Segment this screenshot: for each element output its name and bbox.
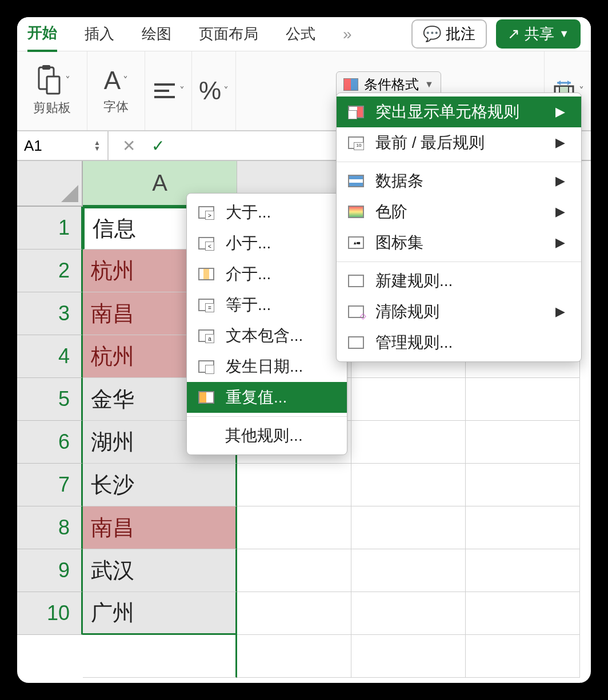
cell-A7[interactable]: 长沙: [83, 464, 237, 506]
cell[interactable]: [466, 549, 580, 592]
clipboard-label: 剪贴板: [33, 99, 71, 116]
menu-date-occurring[interactable]: 发生日期...: [187, 351, 347, 382]
menu-separator: [337, 162, 581, 162]
comments-label: 批注: [446, 24, 475, 44]
cell[interactable]: [351, 421, 466, 464]
cell[interactable]: [466, 635, 580, 678]
highlight-rules-submenu: 大于... 小于... 介于... 等于... 文本包含... 发生日期... …: [186, 193, 347, 455]
comment-icon: 💬: [423, 25, 441, 43]
cell[interactable]: [351, 378, 466, 421]
menu-separator: [337, 262, 581, 262]
row-headers: 1 2 3 4 5 6 7 8 9 10: [17, 207, 83, 635]
row-header[interactable]: 3: [17, 292, 83, 335]
cell[interactable]: [466, 464, 580, 506]
cell[interactable]: [83, 635, 237, 678]
cell[interactable]: [351, 549, 466, 592]
cancel-icon[interactable]: ✕: [122, 136, 135, 155]
menu-more-rules[interactable]: 其他规则...: [187, 420, 347, 451]
tab-insert[interactable]: 插入: [85, 17, 114, 51]
menu-less-than[interactable]: 小于...: [187, 228, 347, 259]
menu-text-contains[interactable]: 文本包含...: [187, 320, 347, 351]
menu-clear-rules[interactable]: 清除规则▶: [337, 296, 581, 327]
cell[interactable]: [237, 592, 351, 635]
menu-separator: [187, 416, 347, 417]
ribbon-tabs: 开始 插入 绘图 页面布局 公式 » 💬 批注 ↗ 共享 ▼: [17, 17, 591, 51]
menu-icon-sets[interactable]: 图标集▶: [337, 227, 581, 258]
name-box-stepper[interactable]: ▲▼: [94, 140, 101, 151]
name-box-value: A1: [24, 137, 42, 155]
menu-manage-rules[interactable]: 管理规则...: [337, 327, 581, 358]
group-align[interactable]: ˅: [145, 51, 192, 130]
clipboard-icon: ˅: [34, 65, 70, 96]
submenu-arrow-icon: ▶: [555, 304, 565, 319]
row-header[interactable]: 6: [17, 421, 83, 464]
confirm-icon[interactable]: ✓: [151, 136, 165, 155]
cell[interactable]: [351, 592, 466, 635]
row-header[interactable]: 5: [17, 378, 83, 421]
excel-window: 开始 插入 绘图 页面布局 公式 » 💬 批注 ↗ 共享 ▼ ˅ 剪贴板: [17, 17, 591, 683]
conditional-format-menu: 突出显示单元格规则▶ 最前 / 最后规则▶ 数据条▶ 色阶▶ 图标集▶ 新建规则…: [336, 92, 582, 362]
group-number[interactable]: % ˅: [192, 51, 236, 130]
tab-pagelayout[interactable]: 页面布局: [199, 17, 258, 51]
font-icon: A ˅: [104, 66, 128, 95]
menu-greater-than[interactable]: 大于...: [187, 197, 347, 228]
cell[interactable]: [237, 549, 351, 592]
row-header[interactable]: 9: [17, 549, 83, 592]
cell[interactable]: [351, 635, 466, 678]
conditional-format-label: 条件格式: [364, 75, 419, 94]
menu-equal-to[interactable]: 等于...: [187, 289, 347, 320]
row-header[interactable]: 7: [17, 464, 83, 506]
cell[interactable]: [466, 592, 580, 635]
menu-new-rule[interactable]: 新建规则...: [337, 265, 581, 296]
menu-top-bottom-rules[interactable]: 最前 / 最后规则▶: [337, 127, 581, 158]
submenu-arrow-icon: ▶: [555, 174, 565, 188]
cell[interactable]: [466, 421, 580, 464]
row-header[interactable]: 4: [17, 335, 83, 378]
group-font[interactable]: A ˅ 字体: [87, 51, 145, 130]
tab-home[interactable]: 开始: [27, 17, 57, 52]
submenu-arrow-icon: ▶: [555, 235, 565, 250]
row-header[interactable]: 1: [17, 207, 83, 250]
cell[interactable]: [237, 506, 351, 549]
cell[interactable]: [351, 506, 466, 549]
menu-between[interactable]: 介于...: [187, 259, 347, 289]
row-header[interactable]: 10: [17, 592, 83, 635]
svg-marker-9: [557, 81, 561, 85]
cell[interactable]: [237, 464, 351, 506]
row-header[interactable]: 8: [17, 506, 83, 549]
cell-A10[interactable]: 广州: [83, 592, 237, 635]
cell-A9[interactable]: 武汉: [83, 549, 237, 592]
row-header[interactable]: 2: [17, 250, 83, 292]
conditional-format-icon: [343, 78, 358, 91]
group-clipboard[interactable]: ˅ 剪贴板: [17, 51, 87, 130]
comments-button[interactable]: 💬 批注: [411, 19, 487, 49]
chevron-down-icon: ▼: [425, 79, 434, 90]
cell-A8[interactable]: 南昌: [83, 506, 237, 549]
menu-duplicate-values[interactable]: 重复值...: [187, 382, 347, 413]
cell[interactable]: [351, 464, 466, 506]
cell[interactable]: [466, 506, 580, 549]
submenu-arrow-icon: ▶: [555, 104, 565, 119]
menu-color-scales[interactable]: 色阶▶: [337, 196, 581, 227]
font-label: 字体: [103, 98, 129, 115]
tab-draw[interactable]: 绘图: [142, 17, 171, 51]
svg-marker-10: [567, 81, 571, 85]
name-box[interactable]: A1 ▲▼: [17, 131, 109, 160]
svg-rect-2: [47, 77, 59, 94]
svg-rect-1: [42, 65, 50, 70]
submenu-arrow-icon: ▶: [555, 135, 565, 150]
more-tabs-icon[interactable]: »: [343, 25, 352, 43]
select-all-corner[interactable]: [17, 161, 83, 207]
chevron-down-icon: ▼: [559, 28, 569, 40]
share-label: 共享: [525, 24, 554, 44]
share-icon: ↗: [507, 25, 520, 43]
percent-icon: % ˅: [199, 77, 229, 105]
share-button[interactable]: ↗ 共享 ▼: [496, 19, 581, 49]
cell[interactable]: [466, 378, 580, 421]
tab-formulas[interactable]: 公式: [286, 17, 315, 51]
align-icon: ˅: [152, 81, 185, 100]
cell[interactable]: [237, 635, 351, 678]
menu-data-bars[interactable]: 数据条▶: [337, 166, 581, 196]
submenu-arrow-icon: ▶: [555, 204, 565, 219]
menu-highlight-cell-rules[interactable]: 突出显示单元格规则▶: [337, 96, 581, 127]
